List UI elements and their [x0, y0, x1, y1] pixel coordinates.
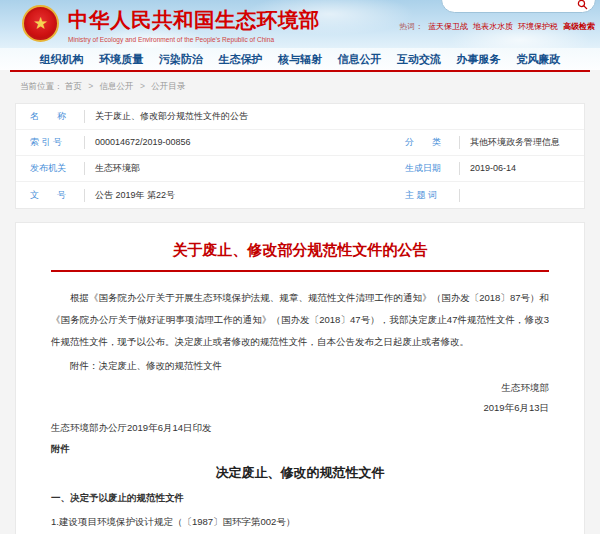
search-icon[interactable] — [577, 0, 588, 10]
section-1-title: 一、决定予以废止的规范性文件 — [51, 492, 549, 505]
search-input[interactable] — [441, 0, 596, 13]
repealed-item: 1.建设项目环境保护设计规定（〔1987〕国环字第002号） — [51, 513, 549, 530]
breadcrumb-separator: > — [88, 81, 93, 91]
nav-item-interaction[interactable]: 互动交流 — [397, 52, 441, 67]
hotword-blue-sky[interactable]: 蓝天保卫战 — [428, 22, 468, 31]
hotword-env-tax[interactable]: 环境保护税 — [518, 22, 558, 31]
meta-label-generated-date: 生成日期 — [405, 162, 459, 175]
meta-row-issuer: 发布机关 生态环境部 生成日期 2019-06-14 — [16, 156, 584, 182]
breadcrumb-info-disclosure[interactable]: 信息公开 — [100, 81, 134, 91]
meta-value-name: 关于废止、修改部分规范性文件的公告 — [84, 110, 584, 123]
meta-label-name: 名 称 — [30, 110, 84, 123]
breadcrumb-label: 当前位置： — [20, 81, 63, 91]
meta-value-issuing-agency: 生态环境部 — [84, 162, 391, 175]
meta-row-docnumber: 文 号 公告 2019年 第22号 主 题 词 — [16, 182, 584, 208]
nav-item-pollution-control[interactable]: 污染防治 — [159, 52, 203, 67]
meta-label-issuing-agency: 发布机关 — [30, 162, 84, 175]
site-subtitle: Ministry of Ecology and Environment of t… — [68, 36, 320, 43]
document-meta-panel: 名 称 关于废止、修改部分规范性文件的公告 索 引 号 000014672/20… — [15, 103, 585, 209]
meta-value-subject-words — [459, 189, 584, 202]
site-title: 中华人民共和国生态环境部 — [68, 6, 320, 34]
document-panel: 关于废止、修改部分规范性文件的公告 根据《国务院办公厅关于开展生态环境保护法规、… — [15, 222, 585, 534]
main-nav: 组织机构 环境质量 污染防治 生态保护 核与辐射 信息公开 互动交流 办事服务 … — [0, 48, 600, 70]
breadcrumb-home[interactable]: 首页 — [65, 81, 82, 91]
nav-item-nuclear-radiation[interactable]: 核与辐射 — [278, 52, 322, 67]
meta-value-generated-date: 2019-06-14 — [459, 162, 584, 175]
meta-label-document-number: 文 号 — [30, 189, 84, 202]
nav-item-services[interactable]: 办事服务 — [457, 52, 501, 67]
breadcrumb: 当前位置： 首页 > 信息公开 > 公开目录 — [20, 81, 600, 94]
meta-value-document-number: 公告 2019年 第22号 — [84, 189, 391, 202]
nav-item-party-conduct[interactable]: 党风廉政 — [516, 52, 560, 67]
site-brand[interactable]: ★ 中华人民共和国生态环境部 Ministry of Ecology and E… — [22, 3, 320, 43]
annex-label: 附件 — [51, 443, 549, 456]
breadcrumb-separator: > — [140, 81, 145, 91]
meta-label-index-number: 索 引 号 — [30, 136, 84, 149]
hotword-surface-water[interactable]: 地表水水质 — [473, 22, 513, 31]
hotword-advanced-search[interactable]: 高级检索 — [563, 22, 595, 31]
annex-title: 决定废止、修改的规范性文件 — [51, 464, 549, 482]
meta-label-category: 分 类 — [405, 136, 459, 149]
document-paragraph: 根据《国务院办公厅关于开展生态环境保护法规、规章、规范性文件清理工作的通知》（国… — [51, 287, 549, 353]
nav-item-env-quality[interactable]: 环境质量 — [99, 52, 143, 67]
hot-words-label: 热词： — [399, 22, 423, 31]
meta-row-name: 名 称 关于废止、修改部分规范性文件的公告 — [16, 104, 584, 130]
breadcrumb-catalog[interactable]: 公开目录 — [151, 81, 185, 91]
title-divider — [51, 270, 549, 272]
meta-value-index-number: 000014672/2019-00856 — [84, 136, 391, 149]
meta-value-category: 其他环境政务管理信息 — [459, 136, 584, 149]
site-header: ★ 中华人民共和国生态环境部 Ministry of Ecology and E… — [0, 0, 600, 48]
signature-date: 2019年6月13日 — [51, 402, 549, 415]
nav-item-organization[interactable]: 组织机构 — [40, 52, 84, 67]
issue-note: 生态环境部办公厅2019年6月14日印发 — [51, 422, 549, 435]
national-emblem-icon: ★ — [22, 5, 59, 42]
meta-row-index: 索 引 号 000014672/2019-00856 分 类 其他环境政务管理信… — [16, 130, 584, 156]
document-title: 关于废止、修改部分规范性文件的公告 — [51, 241, 549, 260]
attachment-reference: 附件：决定废止、修改的规范性文件 — [51, 360, 549, 373]
signature-agency: 生态环境部 — [51, 382, 549, 395]
hot-words-bar: 热词：蓝天保卫战地表水水质环境保护税高级检索 — [399, 21, 595, 32]
nav-item-info-disclosure[interactable]: 信息公开 — [338, 52, 382, 67]
meta-label-subject-words: 主 题 词 — [405, 189, 459, 202]
nav-item-eco-protection[interactable]: 生态保护 — [218, 52, 262, 67]
nav-red-underline — [10, 70, 590, 72]
